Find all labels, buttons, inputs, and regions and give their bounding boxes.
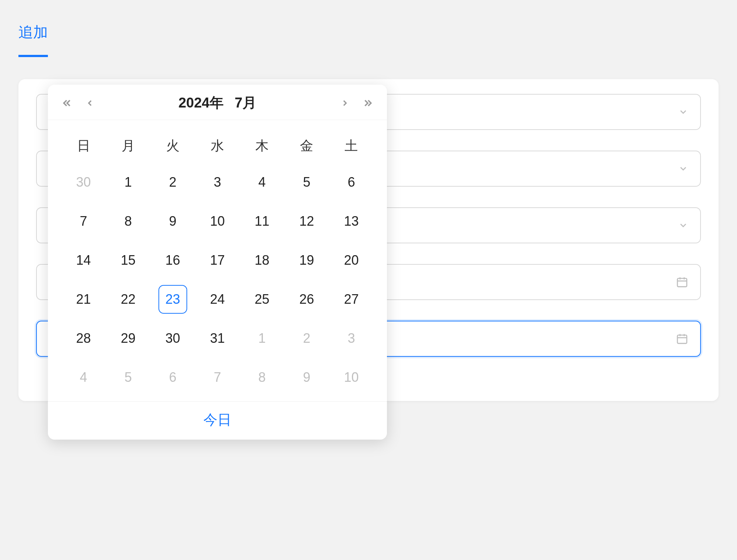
calendar-day-label: 31 xyxy=(203,324,232,353)
calendar-year-button[interactable]: 2024年 xyxy=(178,94,224,112)
calendar-day-label: 9 xyxy=(292,363,321,392)
calendar-day-header: 火 xyxy=(150,129,195,163)
calendar-day-label: 1 xyxy=(248,324,276,353)
calendar-day[interactable]: 10 xyxy=(329,358,374,397)
next-month-button[interactable] xyxy=(338,96,352,110)
calendar-day[interactable]: 4 xyxy=(240,163,284,202)
today-button[interactable]: 今日 xyxy=(203,412,231,427)
calendar-day-label: 19 xyxy=(292,246,321,275)
calendar-day-label: 2 xyxy=(158,168,187,197)
calendar-day[interactable]: 2 xyxy=(150,163,195,202)
calendar-day-label: 23 xyxy=(158,285,187,314)
calendar-day-label: 25 xyxy=(248,285,276,314)
calendar-day-header: 水 xyxy=(195,129,240,163)
calendar-day[interactable]: 26 xyxy=(284,280,329,319)
calendar-day[interactable]: 7 xyxy=(61,202,106,241)
calendar-day-label: 18 xyxy=(248,246,276,275)
calendar-day[interactable]: 11 xyxy=(240,202,284,241)
chevron-down-icon xyxy=(678,220,688,230)
calendar-day[interactable]: 30 xyxy=(61,163,106,202)
calendar-day-label: 8 xyxy=(114,207,143,236)
calendar-day-label: 15 xyxy=(114,246,143,275)
calendar-day-label: 8 xyxy=(248,363,276,392)
calendar-day[interactable]: 27 xyxy=(329,280,374,319)
calendar-day[interactable]: 14 xyxy=(61,241,106,280)
next-year-button[interactable] xyxy=(361,96,374,110)
calendar-day-label: 16 xyxy=(158,246,187,275)
calendar-day-label: 21 xyxy=(69,285,98,314)
calendar-day[interactable]: 22 xyxy=(106,280,150,319)
calendar-day-header: 月 xyxy=(106,129,150,163)
calendar-day[interactable]: 21 xyxy=(61,280,106,319)
calendar-day-header: 日 xyxy=(61,129,106,163)
calendar-day-header: 土 xyxy=(329,129,374,163)
calendar-day[interactable]: 8 xyxy=(106,202,150,241)
calendar-day-label: 17 xyxy=(203,246,232,275)
calendar-day[interactable]: 23 xyxy=(150,280,195,319)
calendar-day-label: 5 xyxy=(292,168,321,197)
calendar-day[interactable]: 31 xyxy=(195,319,240,358)
calendar-grid: 日月火水木金土 30123456789101112131415161718192… xyxy=(48,120,387,401)
calendar-day[interactable]: 29 xyxy=(106,319,150,358)
calendar-day-header: 木 xyxy=(240,129,284,163)
calendar-day[interactable]: 24 xyxy=(195,280,240,319)
calendar-day[interactable]: 1 xyxy=(240,319,284,358)
calendar-day-label: 7 xyxy=(69,207,98,236)
tab-add[interactable]: 追加 xyxy=(18,18,48,57)
calendar-popover: 2024年 7月 日月火水木金土 30123456789101112131415… xyxy=(48,85,387,440)
calendar-month-button[interactable]: 7月 xyxy=(235,94,256,112)
calendar-day[interactable]: 20 xyxy=(329,241,374,280)
prev-month-button[interactable] xyxy=(83,96,97,110)
calendar-day[interactable]: 9 xyxy=(150,202,195,241)
calendar-day-label: 3 xyxy=(203,168,232,197)
calendar-day[interactable]: 9 xyxy=(284,358,329,397)
calendar-day[interactable]: 19 xyxy=(284,241,329,280)
calendar-day-label: 10 xyxy=(337,363,366,392)
calendar-day[interactable]: 1 xyxy=(106,163,150,202)
svg-rect-4 xyxy=(677,335,687,344)
calendar-day[interactable]: 18 xyxy=(240,241,284,280)
calendar-day[interactable]: 12 xyxy=(284,202,329,241)
calendar-header: 2024年 7月 xyxy=(48,85,387,120)
calendar-day[interactable]: 5 xyxy=(106,358,150,397)
calendar-day-label: 5 xyxy=(114,363,143,392)
prev-year-button[interactable] xyxy=(60,96,74,110)
calendar-day-label: 28 xyxy=(69,324,98,353)
calendar-day-label: 3 xyxy=(337,324,366,353)
calendar-day[interactable]: 3 xyxy=(195,163,240,202)
calendar-day-label: 6 xyxy=(158,363,187,392)
calendar-day[interactable]: 10 xyxy=(195,202,240,241)
calendar-day-label: 22 xyxy=(114,285,143,314)
calendar-day[interactable]: 25 xyxy=(240,280,284,319)
chevron-down-icon xyxy=(678,163,688,174)
calendar-day[interactable]: 2 xyxy=(284,319,329,358)
calendar-day-label: 11 xyxy=(248,207,276,236)
calendar-icon xyxy=(676,276,688,288)
calendar-day-label: 27 xyxy=(337,285,366,314)
calendar-day[interactable]: 7 xyxy=(195,358,240,397)
calendar-day[interactable]: 30 xyxy=(150,319,195,358)
calendar-day[interactable]: 28 xyxy=(61,319,106,358)
calendar-day-label: 9 xyxy=(158,207,187,236)
calendar-day-label: 12 xyxy=(292,207,321,236)
calendar-day-label: 10 xyxy=(203,207,232,236)
calendar-day[interactable]: 6 xyxy=(329,163,374,202)
calendar-day[interactable]: 13 xyxy=(329,202,374,241)
calendar-day[interactable]: 4 xyxy=(61,358,106,397)
calendar-day[interactable]: 15 xyxy=(106,241,150,280)
calendar-day[interactable]: 3 xyxy=(329,319,374,358)
calendar-day[interactable]: 5 xyxy=(284,163,329,202)
calendar-day-label: 24 xyxy=(203,285,232,314)
calendar-day[interactable]: 17 xyxy=(195,241,240,280)
calendar-day-label: 29 xyxy=(114,324,143,353)
chevron-down-icon xyxy=(678,107,688,117)
calendar-day-label: 1 xyxy=(114,168,143,197)
calendar-title: 2024年 7月 xyxy=(178,94,256,112)
calendar-day-label: 4 xyxy=(248,168,276,197)
calendar-day[interactable]: 16 xyxy=(150,241,195,280)
calendar-day[interactable]: 6 xyxy=(150,358,195,397)
calendar-day[interactable]: 8 xyxy=(240,358,284,397)
calendar-day-label: 6 xyxy=(337,168,366,197)
calendar-day-label: 14 xyxy=(69,246,98,275)
calendar-day-label: 26 xyxy=(292,285,321,314)
